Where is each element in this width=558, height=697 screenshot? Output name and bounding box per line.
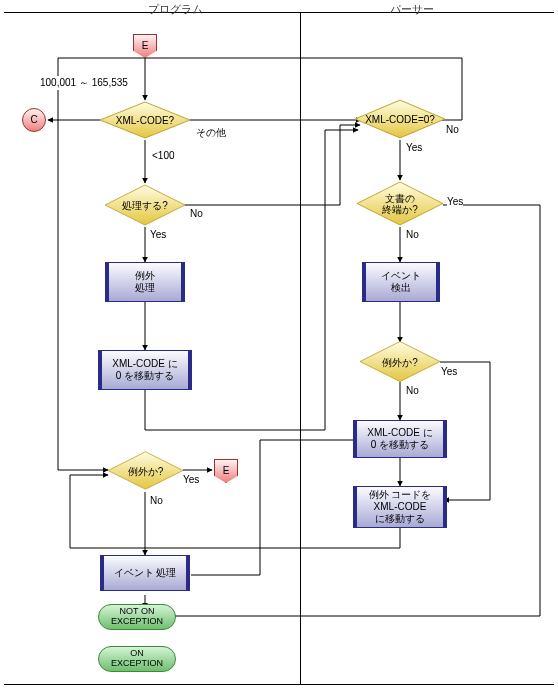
label-no-eod: No (406, 229, 419, 240)
decision-is-exc-left: 例外か? (108, 449, 183, 492)
header-program: プログラム (148, 2, 203, 17)
process-move-zero: XML-CODE に 0 を移動する (98, 350, 192, 390)
label-yes-exc-left: Yes (183, 474, 199, 485)
header-parser: パーサー (390, 2, 434, 17)
label-yes-eod: Yes (447, 196, 463, 207)
process-move-exc-code: 例外 コードを XML-CODE に移動する (353, 486, 447, 528)
terminator-not-on-exception: NOT ON EXCEPTION (98, 604, 176, 630)
flow-connectors (0, 0, 558, 697)
label-other: その他 (196, 126, 226, 140)
label-yes-excR: Yes (441, 366, 457, 377)
decision-xmlcode: XML-CODE? (100, 100, 190, 140)
terminator-on-exception: ON EXCEPTION (98, 646, 176, 672)
decision-process: 処理する? (105, 183, 185, 227)
decision-is-exc-right: 例外か? (360, 340, 440, 383)
decision-xmlcode-eq0: XML-CODE=0? (355, 98, 445, 140)
process-exception-handling: 例外 処理 (105, 262, 185, 302)
tag-e-right: E (214, 459, 238, 483)
decision-end-of-doc: 文書の 終端か? (357, 180, 443, 227)
label-no-exc-left: No (150, 495, 163, 506)
process-event-detect: イベント 検出 (362, 262, 440, 302)
label-range: 100,001 ～ 165,535 (40, 76, 128, 90)
label-no-eq0: No (446, 124, 459, 135)
label-yes-eq0: Yes (406, 142, 422, 153)
process-move-zero-right: XML-CODE に 0 を移動する (353, 420, 447, 458)
label-lt100: <100 (152, 150, 175, 161)
tag-e-top: E (133, 34, 157, 58)
label-no-1: No (190, 208, 203, 219)
label-no-excR: No (406, 385, 419, 396)
tag-c: C (22, 108, 46, 132)
process-event-proc: イベント 処理 (100, 555, 190, 591)
label-yes-1: Yes (150, 229, 166, 240)
